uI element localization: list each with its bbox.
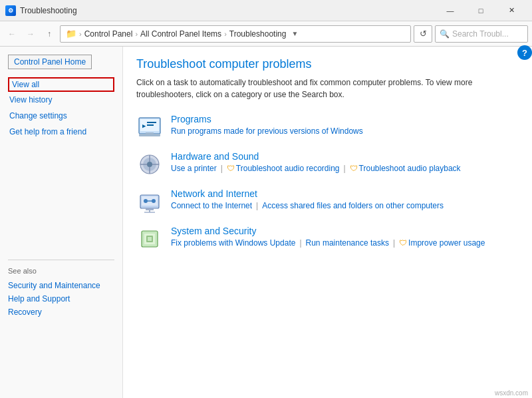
refresh-button[interactable]: ↺ bbox=[414, 25, 432, 43]
svg-rect-6 bbox=[147, 124, 154, 126]
close-button[interactable]: ✕ bbox=[496, 0, 527, 21]
programs-link-previous[interactable]: Run programs made for previous versions … bbox=[171, 126, 363, 136]
control-panel-home-link[interactable]: Control Panel Home bbox=[8, 55, 92, 69]
programs-title[interactable]: Programs bbox=[171, 114, 363, 124]
category-programs: ▶ Programs Run programs made for previou… bbox=[136, 114, 519, 140]
main-layout: Control Panel Home View all View history… bbox=[0, 47, 532, 398]
security-link-power[interactable]: 🛡 Improve power usage bbox=[399, 238, 485, 248]
svg-rect-16 bbox=[146, 208, 154, 210]
category-hardware: Hardware and Sound Use a printer | 🛡 Tro… bbox=[136, 151, 519, 178]
network-content: Network and Internet Connect to the Inte… bbox=[171, 188, 444, 210]
window-controls: — □ ✕ bbox=[435, 0, 527, 21]
network-title[interactable]: Network and Internet bbox=[171, 188, 444, 199]
hardware-link-playback[interactable]: 🛡 Troubleshoot audio playback bbox=[350, 164, 461, 173]
network-link-connect[interactable]: Connect to the Internet bbox=[171, 201, 252, 210]
sidebar: Control Panel Home View all View history… bbox=[0, 47, 123, 398]
search-box[interactable]: 🔍 Search Troubl... bbox=[435, 25, 528, 43]
security-icon bbox=[136, 226, 163, 252]
network-link-shared[interactable]: Access shared files and folders on other… bbox=[262, 201, 444, 210]
security-title[interactable]: System and Security bbox=[171, 226, 485, 236]
sidebar-link-help[interactable]: Help and Support bbox=[0, 292, 122, 305]
shield-playback-icon: 🛡 bbox=[350, 164, 358, 173]
security-links: Fix problems with Windows Update | Run m… bbox=[171, 238, 485, 248]
hardware-links: Use a printer | 🛡 Troubleshoot audio rec… bbox=[171, 164, 461, 173]
category-security: System and Security Fix problems with Wi… bbox=[136, 226, 519, 252]
security-content: System and Security Fix problems with Wi… bbox=[171, 226, 485, 248]
folder-icon: 📁 bbox=[66, 29, 76, 39]
breadcrumb-all-items[interactable]: All Control Panel Items bbox=[140, 29, 221, 39]
address-bar[interactable]: 📁 › Control Panel › All Control Panel It… bbox=[60, 25, 411, 43]
hardware-title[interactable]: Hardware and Sound bbox=[171, 151, 461, 162]
programs-content: Programs Run programs made for previous … bbox=[171, 114, 363, 136]
watermark: wsxdn.com bbox=[495, 389, 528, 397]
content-area: Troubleshoot computer problems Click on … bbox=[123, 47, 532, 398]
sidebar-link-security[interactable]: Security and Maintenance bbox=[0, 279, 122, 292]
up-button[interactable]: ↑ bbox=[41, 26, 57, 42]
svg-text:▶: ▶ bbox=[142, 122, 146, 129]
sidebar-link-get-help[interactable]: Get help from a friend bbox=[8, 124, 114, 140]
addressbar: ← → ↑ 📁 › Control Panel › All Control Pa… bbox=[0, 21, 532, 47]
shield-power-icon: 🛡 bbox=[399, 238, 407, 248]
shield-recording-icon: 🛡 bbox=[227, 164, 235, 173]
help-button[interactable]: ? bbox=[517, 45, 532, 60]
back-button[interactable]: ← bbox=[4, 26, 20, 42]
minimize-button[interactable]: — bbox=[435, 0, 466, 21]
programs-icon: ▶ bbox=[136, 114, 163, 140]
titlebar: ⚙ Troubleshooting — □ ✕ bbox=[0, 0, 532, 21]
hardware-link-printer[interactable]: Use a printer bbox=[171, 164, 217, 173]
sidebar-link-recovery[interactable]: Recovery bbox=[0, 305, 122, 319]
sidebar-link-view-all[interactable]: View all bbox=[8, 77, 114, 92]
svg-rect-25 bbox=[148, 237, 152, 241]
address-dropdown[interactable]: ▼ bbox=[289, 30, 301, 37]
page-description: Click on a task to automatically trouble… bbox=[136, 77, 482, 100]
sidebar-divider bbox=[8, 260, 114, 260]
svg-rect-5 bbox=[147, 122, 156, 123]
see-also-label: See also bbox=[0, 267, 122, 275]
sidebar-link-change-settings[interactable]: Change settings bbox=[8, 108, 114, 124]
network-icon bbox=[136, 188, 163, 215]
app-icon: ⚙ bbox=[5, 5, 16, 16]
search-icon: 🔍 bbox=[440, 29, 450, 39]
security-link-update[interactable]: Fix problems with Windows Update bbox=[171, 238, 295, 248]
programs-links: Run programs made for previous versions … bbox=[171, 126, 363, 136]
hardware-icon bbox=[136, 151, 163, 178]
window-title: Troubleshooting bbox=[20, 6, 435, 15]
breadcrumb-control-panel[interactable]: Control Panel bbox=[84, 29, 133, 39]
hardware-content: Hardware and Sound Use a printer | 🛡 Tro… bbox=[171, 151, 461, 173]
breadcrumb-troubleshooting[interactable]: Troubleshooting bbox=[229, 29, 287, 39]
svg-point-9 bbox=[147, 162, 152, 167]
page-title: Troubleshoot computer problems bbox=[136, 57, 519, 71]
forward-button[interactable]: → bbox=[23, 26, 39, 42]
sidebar-link-view-history[interactable]: View history bbox=[8, 92, 114, 108]
svg-rect-3 bbox=[146, 132, 154, 135]
maximize-button[interactable]: □ bbox=[466, 0, 496, 21]
category-network: Network and Internet Connect to the Inte… bbox=[136, 188, 519, 215]
security-link-maintenance[interactable]: Run maintenance tasks bbox=[306, 238, 389, 248]
search-placeholder: Search Troubl... bbox=[452, 29, 509, 39]
hardware-link-recording[interactable]: 🛡 Troubleshoot audio recording bbox=[227, 164, 340, 173]
network-links: Connect to the Internet | Access shared … bbox=[171, 201, 444, 210]
